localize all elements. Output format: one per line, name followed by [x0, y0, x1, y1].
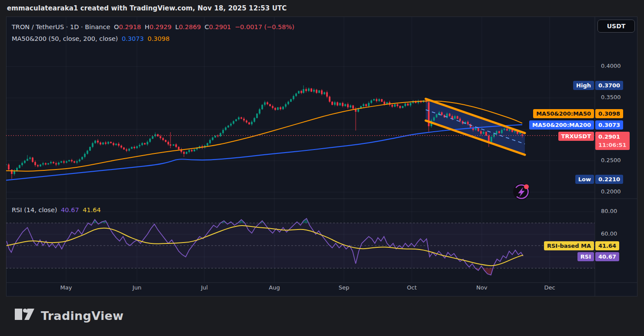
month-tick-label: Jun [133, 284, 141, 291]
rsi-value-badge: 40.67 [595, 252, 619, 261]
open-value: 0.2918 [119, 23, 141, 30]
high-value: 0.2929 [150, 23, 172, 30]
month-tick-label: Aug [269, 284, 280, 291]
alert-dot-icon [524, 184, 529, 189]
low-label: L [175, 23, 179, 30]
ma50-value-badge: 0.3098 [595, 109, 623, 118]
rsi-indicator-title: RSI (14, close) [12, 206, 57, 213]
tradingview-mark-icon [14, 308, 35, 323]
high-label: H [145, 23, 150, 30]
ma200-legend-value: 0.3073 [122, 35, 144, 42]
low-value: 0.2869 [179, 23, 201, 30]
high-value-badge: 0.3700 [595, 81, 623, 90]
month-tick-label: Oct [407, 284, 417, 291]
low-value-badge: 0.2210 [595, 175, 623, 184]
bar-countdown: 11:06:51 [598, 141, 627, 149]
rsi-tag-badge: RSI [577, 252, 594, 261]
last-price-tag-badge: TRXUSDT [558, 132, 594, 141]
last-price-value: 0.2901 [598, 133, 627, 141]
tradingview-screenshot: emmaculatearaka1 created with TradingVie… [0, 0, 644, 336]
flash-alert-button[interactable] [511, 181, 534, 204]
close-label: C [204, 23, 209, 30]
axis-tick-label: 0.2000 [601, 188, 621, 195]
close-value: 0.2901 [209, 23, 231, 30]
month-tick-label: Jul [201, 284, 208, 291]
open-label: O [114, 23, 119, 30]
month-tick-label: Nov [476, 284, 487, 291]
price-pane [5, 85, 525, 180]
currency-toggle-button[interactable]: USDT [597, 20, 635, 33]
rsi-ma-legend-value: 41.64 [83, 206, 101, 213]
change-value: −0.0017 (−0.58%) [235, 23, 294, 30]
axis-tick-label: 0.3500 [601, 94, 621, 100]
rsi-pane [6, 219, 595, 275]
symbol-title: TRON / TetherUS · 1D · Binance [12, 23, 110, 30]
rsi-legend[interactable]: RSI (14, close) 40.67 41.64 [12, 206, 103, 213]
ma-legend[interactable]: MA50&200 (50, close, 200, close) 0.3073 … [12, 35, 171, 42]
ma50-tag-badge: MA50&200:MA50 [533, 109, 594, 118]
ma50-legend-value: 0.3098 [147, 35, 170, 42]
axis-tick-label: 0.2500 [601, 157, 621, 163]
month-tick-label: May [60, 284, 72, 291]
month-tick-label: Dec [544, 284, 555, 291]
axis-tick-label: 0.4000 [601, 63, 621, 69]
ma-indicator-title: MA50&200 (50, close, 200, close) [12, 35, 118, 42]
rsi-ma-value-badge: 41.64 [595, 241, 619, 250]
rsi-ma-tag-badge: RSI-based MA [544, 241, 594, 250]
high-tag-badge: High [573, 81, 594, 90]
brand-name: TradingView [41, 309, 123, 323]
candlestick-layer [5, 85, 523, 179]
axis-tick-label: 60.00 [601, 230, 617, 237]
tradingview-logo[interactable]: TradingView [14, 308, 123, 323]
low-tag-badge: Low [575, 175, 594, 184]
symbol-legend[interactable]: TRON / TetherUS · 1D · Binance O0.2918 H… [12, 23, 296, 30]
last-price-value-badge: 0.2901 11:06:51 [595, 132, 630, 150]
ma200-value-badge: 0.3073 [595, 120, 623, 130]
axis-tick-label: 80.00 [601, 208, 617, 214]
rsi-legend-value: 40.67 [61, 206, 79, 213]
ma200-tag-badge: MA50&200:MA200 [529, 120, 594, 130]
month-tick-label: Sep [339, 284, 350, 291]
